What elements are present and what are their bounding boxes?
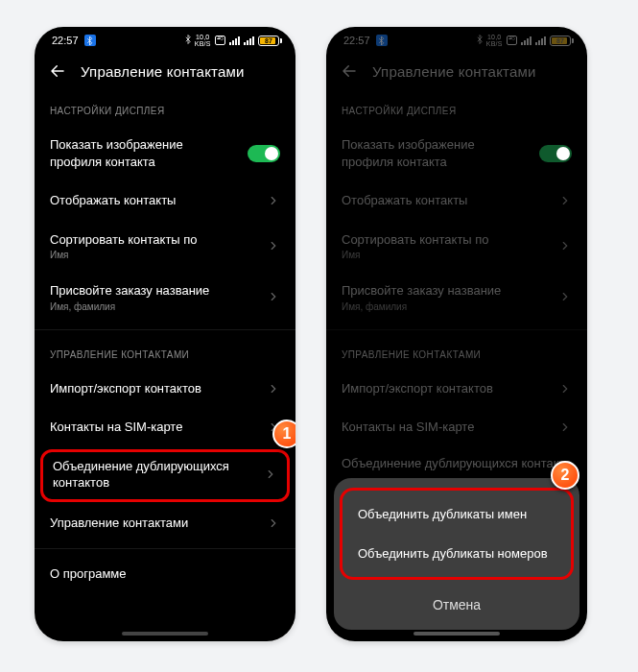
row-label: Сортировать контакты по [342, 231, 549, 249]
chevron-right-icon [267, 194, 280, 207]
signal-icon-2 [535, 36, 546, 45]
row-sort-contacts[interactable]: Сортировать контакты по Имя [35, 221, 295, 273]
chevron-right-icon [264, 468, 277, 481]
toggle-show-profile-image [539, 145, 572, 162]
sheet-cancel-button[interactable]: Отмена [334, 584, 579, 626]
bluetooth-small-icon [185, 35, 191, 46]
network-speed: 10,0 KB/S [195, 34, 211, 47]
status-time: 22:57 [343, 35, 370, 46]
row-sublabel: Имя [50, 250, 257, 260]
page-title: Управление контактами [81, 63, 245, 80]
row-label: Управление контактами [50, 515, 257, 532]
row-sort-contacts: Сортировать контакты по Имя [326, 221, 587, 273]
row-manage-contacts[interactable]: Управление контактами [35, 504, 295, 543]
row-label: Присвойте заказу название [50, 282, 257, 300]
callout-merge-duplicates[interactable]: Объединение дублирующихся контактов [40, 449, 290, 502]
section-display-settings: НАСТРОЙКИ ДИСПЛЕЯ [326, 92, 587, 126]
row-import-export[interactable]: Импорт/экспорт контактов [35, 370, 295, 409]
row-sim-contacts: Контакты на SIM-карте [326, 408, 587, 447]
row-merge-duplicates: Объединение дублирующихся контактов [326, 447, 587, 476]
section-manage-contacts: УПРАВЛЕНИЕ КОНТАКТАМИ [326, 336, 587, 370]
row-label: Присвойте заказу название [342, 282, 549, 300]
chevron-right-icon [558, 239, 572, 252]
status-time: 22:57 [52, 35, 79, 46]
signal-icon [229, 36, 240, 45]
row-sublabel: Имя [342, 250, 549, 260]
volte-icon: ⁴ᴳ [507, 36, 517, 45]
row-name-order: Присвойте заказу название Имя, фамилия [326, 272, 587, 324]
phone-screen-2: 22:57 10,0 KB/S ⁴ᴳ 87 Управление контак [326, 27, 587, 641]
phone-screen-1: 22:57 10,0 KB/S ⁴ᴳ 87 Управление контак [35, 27, 295, 641]
header: Управление контактами [326, 54, 587, 92]
header: Управление контактами [35, 54, 295, 92]
callout-merge-options: Объединить дубликаты имен Объединить дуб… [340, 488, 574, 580]
status-bar: 22:57 10,0 KB/S ⁴ᴳ 87 [35, 27, 295, 54]
row-about[interactable]: О программе [35, 555, 295, 594]
home-indicator[interactable] [122, 632, 208, 636]
row-show-contacts: Отображать контакты [326, 181, 587, 221]
signal-icon [521, 36, 532, 45]
row-label: Импорт/экспорт контактов [50, 380, 257, 397]
chevron-right-icon [267, 516, 280, 530]
network-speed: 10,0 KB/S [486, 34, 503, 47]
row-show-profile-image[interactable]: Показать изображение профиля контакта [35, 126, 295, 181]
row-import-export: Импорт/экспорт контактов [326, 370, 587, 409]
row-show-profile-image: Показать изображение профиля контакта [326, 126, 587, 181]
battery-icon: 87 [258, 36, 282, 46]
sheet-merge-numbers[interactable]: Объединить дубликаты номеров [343, 534, 571, 573]
row-label: Отображать контакты [342, 192, 549, 209]
row-sublabel: Имя, фамилия [50, 301, 257, 312]
bluetooth-small-icon [477, 35, 483, 46]
row-label: Контакты на SIM-карте [342, 419, 549, 436]
row-name-order[interactable]: Присвойте заказу название Имя, фамилия [35, 272, 295, 324]
bluetooth-icon [84, 35, 96, 46]
row-label: Импорт/экспорт контактов [342, 380, 549, 397]
chevron-right-icon [267, 239, 280, 252]
page-title: Управление контактами [372, 63, 536, 80]
chevron-right-icon [558, 420, 572, 434]
row-label: О программе [50, 565, 280, 583]
chevron-right-icon [558, 290, 572, 303]
home-indicator[interactable] [414, 632, 500, 636]
bottom-sheet: Объединить дубликаты имен Объединить дуб… [334, 478, 579, 630]
row-label: Отображать контакты [50, 192, 257, 209]
row-label: Объединение дублирующихся контактов [53, 458, 256, 492]
row-label: Показать изображение профиля контакта [50, 136, 238, 170]
step-marker-2: 2 [551, 461, 579, 490]
chevron-right-icon [267, 290, 280, 303]
chevron-right-icon [267, 382, 280, 396]
section-display-settings: НАСТРОЙКИ ДИСПЛЕЯ [35, 92, 295, 126]
battery-icon: 87 [550, 36, 574, 46]
section-manage-contacts: УПРАВЛЕНИЕ КОНТАКТАМИ [35, 336, 295, 370]
row-sublabel: Имя, фамилия [342, 301, 549, 312]
volte-icon: ⁴ᴳ [215, 36, 225, 45]
row-label: Сортировать контакты по [50, 231, 257, 249]
bluetooth-icon [376, 35, 388, 46]
row-label: Показать изображение профиля контакта [342, 136, 530, 170]
signal-icon-2 [244, 36, 254, 45]
row-show-contacts[interactable]: Отображать контакты [35, 181, 295, 221]
row-label: Объединение дублирующихся контактов [342, 455, 572, 472]
chevron-right-icon [558, 382, 572, 396]
toggle-show-profile-image[interactable] [248, 145, 280, 162]
row-label: Контакты на SIM-карте [50, 419, 257, 436]
back-button[interactable] [340, 61, 359, 81]
sheet-merge-names[interactable]: Объединить дубликаты имен [343, 494, 571, 534]
status-bar: 22:57 10,0 KB/S ⁴ᴳ 87 [326, 27, 587, 54]
back-button[interactable] [48, 61, 67, 81]
step-marker-1: 1 [272, 420, 295, 448]
chevron-right-icon [558, 194, 572, 207]
row-sim-contacts[interactable]: Контакты на SIM-карте 1 [35, 408, 295, 447]
